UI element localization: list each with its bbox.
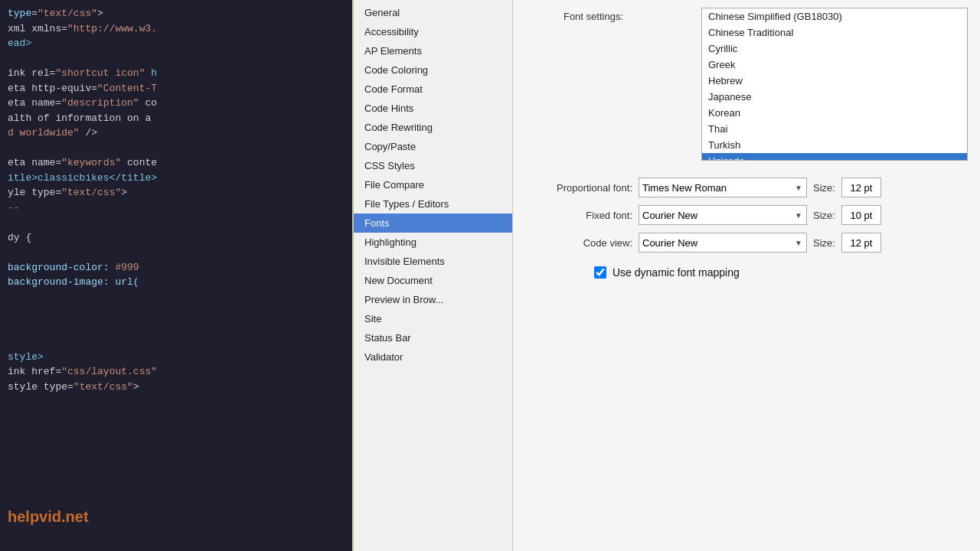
fixed-size-label: Size: — [813, 210, 835, 221]
proportional-font-row: Proportional font: Times New Roman Size: — [525, 178, 968, 197]
font-list-item[interactable]: Korean — [702, 105, 967, 121]
nav-item-highlighting[interactable]: Highlighting — [354, 233, 512, 252]
font-list-item[interactable]: Turkish — [702, 137, 967, 153]
fixed-font-row: Fixed font: Courier New Size: — [525, 205, 968, 225]
nav-item-preview-in-brow-[interactable]: Preview in Brow... — [354, 290, 512, 309]
code-view-select[interactable]: Courier New — [639, 233, 807, 253]
nav-item-code-rewriting[interactable]: Code Rewriting — [354, 118, 512, 137]
code-view-row: Code view: Courier New Size: — [525, 233, 968, 253]
nav-item-site[interactable]: Site — [354, 309, 512, 328]
nav-item-validator[interactable]: Validator — [354, 347, 512, 367]
code-line — [8, 334, 345, 350]
font-list-item[interactable]: Thai — [702, 121, 967, 137]
code-line: eta http-equiv="Content-T — [8, 81, 345, 96]
font-list-item[interactable]: Chinese Simplified (GB18030) — [702, 8, 967, 24]
nav-item-code-coloring[interactable]: Code Coloring — [354, 60, 512, 80]
nav-item-status-bar[interactable]: Status Bar — [354, 328, 512, 347]
proportional-size-label: Size: — [813, 182, 835, 194]
font-list-item[interactable]: Cyrillic — [702, 41, 967, 57]
code-line: background-image: url( — [8, 275, 345, 290]
code-line — [8, 215, 345, 230]
code-line — [8, 51, 345, 67]
code-line: background-color: #999 — [8, 260, 345, 276]
nav-item-invisible-elements[interactable]: Invisible Elements — [354, 252, 512, 271]
code-view-size-label: Size: — [813, 237, 835, 249]
nav-item-code-format[interactable]: Code Format — [354, 80, 512, 99]
code-line: style> — [8, 350, 345, 365]
dynamic-font-mapping-row: Use dynamic font mapping — [594, 266, 968, 279]
font-list-item[interactable]: Chinese Traditional — [702, 24, 967, 41]
nav-item-file-compare[interactable]: File Compare — [354, 175, 512, 194]
preferences-nav: GeneralAccessibilityAP ElementsCode Colo… — [352, 0, 513, 551]
code-view-select-wrapper: Courier New — [639, 233, 807, 253]
nav-item-new-document[interactable]: New Document — [354, 271, 512, 290]
nav-item-file-types-editors[interactable]: File Types / Editors — [354, 194, 512, 214]
code-line: itle>classicbikes</title> — [8, 171, 345, 186]
fixed-font-select[interactable]: Courier New — [639, 205, 807, 225]
font-list-item[interactable]: Japanese — [702, 89, 967, 105]
nav-item-accessibility[interactable]: Accessibility — [354, 22, 512, 41]
code-line: d worldwide" /> — [8, 126, 345, 141]
code-line: xml xmlns="http://www.w3. — [8, 21, 345, 37]
code-editor-panel: type="text/css">xml xmlns="http://www.w3… — [0, 0, 352, 551]
code-line: alth of information on a — [8, 111, 345, 126]
code-line: -- — [8, 201, 345, 216]
nav-item-code-hints[interactable]: Code Hints — [354, 99, 512, 118]
code-line — [8, 290, 345, 305]
code-line — [8, 305, 345, 320]
proportional-font-select[interactable]: Times New Roman — [639, 178, 807, 197]
nav-item-general[interactable]: General — [354, 3, 512, 22]
code-line: ink href="css/layout.css" — [8, 364, 345, 380]
font-list-item[interactable]: Hebrew — [702, 73, 967, 89]
nav-item-css-styles[interactable]: CSS Styles — [354, 156, 512, 175]
code-view-size-input[interactable] — [841, 233, 881, 253]
proportional-font-label: Proportional font: — [525, 182, 632, 194]
code-line: ead> — [8, 36, 345, 51]
fixed-font-label: Fixed font: — [525, 210, 632, 221]
watermark: helpvid.net — [8, 505, 89, 528]
nav-item-fonts[interactable]: Fonts — [354, 214, 512, 233]
font-encoding-list[interactable]: Chinese Simplified (GB18030)Chinese Trad… — [701, 8, 968, 161]
fixed-font-select-wrapper: Courier New — [639, 205, 807, 225]
code-line: eta name="keywords" conte — [8, 155, 345, 171]
code-view-label: Code view: — [525, 237, 632, 249]
code-line — [8, 320, 345, 335]
code-line: yle type="text/css"> — [8, 185, 345, 201]
nav-item-ap-elements[interactable]: AP Elements — [354, 41, 512, 60]
nav-item-copy-paste[interactable]: Copy/Paste — [354, 137, 512, 156]
code-line — [8, 141, 345, 156]
dynamic-font-mapping-checkbox[interactable] — [594, 266, 606, 279]
code-line: ink rel="shortcut icon" h — [8, 66, 345, 81]
dynamic-font-mapping-label: Use dynamic font mapping — [612, 266, 740, 279]
font-list-item[interactable]: Greek — [702, 57, 967, 73]
proportional-font-select-wrapper: Times New Roman — [639, 178, 807, 197]
code-line: dy { — [8, 230, 345, 246]
settings-panel: Font settings: Chinese Simplified (GB180… — [513, 0, 980, 551]
font-list-item[interactable]: Unicode — [702, 153, 967, 161]
code-line: type="text/css"> — [8, 6, 345, 21]
code-line: eta name="description" co — [8, 96, 345, 111]
fixed-size-input[interactable] — [841, 205, 881, 225]
font-settings-label: Font settings: — [525, 11, 632, 22]
code-line — [8, 245, 345, 260]
proportional-size-input[interactable] — [841, 178, 881, 197]
code-line: style type="text/css"> — [8, 380, 345, 395]
